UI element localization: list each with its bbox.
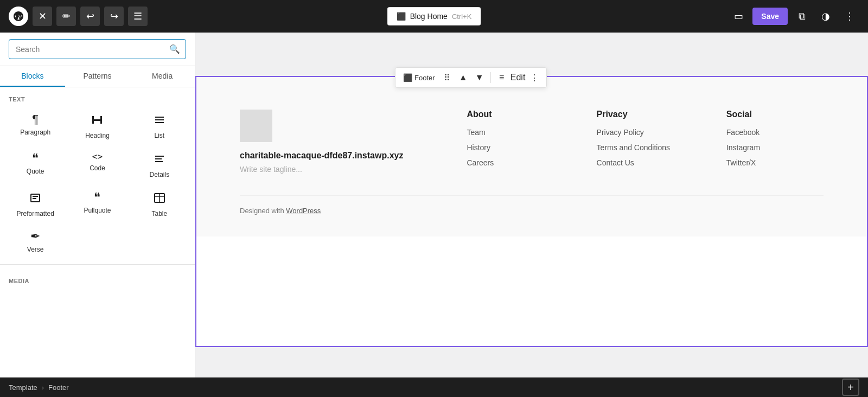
- blog-home-icon: ⬛: [397, 12, 406, 21]
- top-bar-left: ✕ ✏ ↩ ↪ ☰: [9, 7, 148, 26]
- view-button[interactable]: ▭: [729, 7, 748, 26]
- footer-tagline[interactable]: Write site tagline...: [240, 165, 434, 174]
- wordpress-logo[interactable]: [9, 7, 28, 26]
- panel-button[interactable]: ⧉: [792, 7, 812, 26]
- tab-media[interactable]: Media: [130, 66, 195, 87]
- contrast-button[interactable]: ◑: [816, 7, 835, 26]
- drag-icon: ⠿: [444, 73, 450, 83]
- svg-rect-4: [155, 117, 164, 118]
- down-icon: ▼: [475, 73, 484, 82]
- close-button[interactable]: ✕: [33, 7, 52, 26]
- svg-rect-2: [100, 116, 102, 124]
- block-item-verse[interactable]: ✒ Verse: [4, 224, 66, 260]
- footer-link-contact[interactable]: Contact Us: [597, 158, 694, 167]
- add-block-button[interactable]: +: [842, 379, 859, 396]
- toolbar-more-button[interactable]: ⋮: [527, 70, 542, 85]
- footer-link-instagram[interactable]: Instagram: [726, 143, 824, 152]
- heading-icon: [91, 113, 104, 129]
- move-up-button[interactable]: ▲: [456, 70, 471, 85]
- close-icon: ✕: [39, 10, 47, 22]
- section-divider: [0, 264, 195, 265]
- footer-content: charitable-macaque-dfde87.instawp.xyz Wr…: [196, 77, 867, 236]
- toolbar-edit-button[interactable]: Edit: [510, 70, 526, 85]
- tab-blocks[interactable]: Blocks: [0, 66, 65, 87]
- breadcrumb-footer[interactable]: Footer: [48, 383, 69, 392]
- redo-button[interactable]: ↪: [104, 7, 124, 26]
- blog-home-shortcut: Ctrl+K: [452, 12, 471, 21]
- footer-site-name: charitable-macaque-dfde87.instawp.xyz: [240, 151, 434, 161]
- view-icon: ▭: [734, 10, 743, 22]
- block-item-heading[interactable]: Heading: [66, 107, 128, 146]
- footer-link-facebook[interactable]: Facebook: [726, 128, 824, 137]
- svg-rect-6: [155, 122, 164, 123]
- details-icon: [153, 152, 166, 168]
- block-item-list[interactable]: List: [129, 107, 190, 146]
- wordpress-link[interactable]: WordPress: [286, 207, 321, 215]
- footer-privacy-column: Privacy Privacy Policy Terms and Conditi…: [597, 110, 694, 174]
- list-view-button[interactable]: ☰: [128, 7, 148, 26]
- blog-home-button[interactable]: ⬛ Blog Home Ctrl+K: [387, 7, 481, 25]
- details-label: Details: [149, 171, 169, 178]
- toolbar-separator: [490, 72, 491, 83]
- toolbar-more-icon: ⋮: [530, 73, 539, 83]
- footer-logo: [240, 110, 272, 142]
- tab-patterns[interactable]: Patterns: [65, 66, 130, 87]
- save-button[interactable]: Save: [752, 8, 788, 25]
- svg-rect-12: [33, 198, 36, 199]
- footer-link-team[interactable]: Team: [467, 128, 564, 137]
- pullquote-label: Pullquote: [84, 207, 111, 214]
- search-input[interactable]: [9, 41, 164, 58]
- content-area: ⬛ Footer ⠿ ▲ ▼ ≡ Edit ⋮: [195, 33, 868, 377]
- footer-block-selector[interactable]: ⬛ Footer: [400, 71, 438, 84]
- sidebar-tabs: Blocks Patterns Media: [0, 66, 195, 87]
- verse-label: Verse: [27, 246, 44, 253]
- svg-rect-5: [155, 119, 164, 120]
- block-item-pullquote[interactable]: ❝ Pullquote: [66, 185, 128, 224]
- up-icon: ▲: [459, 73, 468, 82]
- designed-with-text: Designed with: [240, 207, 286, 215]
- verse-icon: ✒: [30, 230, 40, 242]
- breadcrumb: Template › Footer: [9, 383, 69, 392]
- footer-social-column: Social Facebook Instagram Twitter/X: [726, 110, 824, 174]
- block-item-paragraph[interactable]: ¶ Paragraph: [4, 107, 66, 146]
- code-label: Code: [90, 164, 105, 172]
- undo-button[interactable]: ↩: [80, 7, 100, 26]
- blocks-grid: ¶ Paragraph Heading List ❝: [0, 107, 195, 260]
- breadcrumb-template[interactable]: Template: [9, 383, 37, 392]
- footer-about-column: About Team History Careers: [467, 110, 564, 174]
- svg-rect-11: [33, 196, 38, 197]
- top-bar-center: ⬛ Blog Home Ctrl+K: [387, 7, 481, 25]
- block-item-details[interactable]: Details: [129, 146, 190, 185]
- footer-link-privacy-policy[interactable]: Privacy Policy: [597, 128, 694, 137]
- sidebar-content: TEXT ¶ Paragraph Heading List: [0, 87, 195, 377]
- svg-rect-7: [155, 156, 164, 157]
- move-down-button[interactable]: ▼: [472, 70, 487, 85]
- footer-about-heading: About: [467, 110, 564, 119]
- footer-bottom: Designed with WordPress: [240, 195, 824, 215]
- svg-rect-1: [92, 116, 94, 124]
- footer-link-careers[interactable]: Careers: [467, 158, 564, 167]
- svg-rect-9: [155, 161, 163, 162]
- pullquote-icon: ❝: [94, 191, 100, 203]
- drag-handle[interactable]: ⠿: [439, 70, 455, 85]
- block-item-table[interactable]: Table: [129, 185, 190, 224]
- more-options-button[interactable]: ⋮: [840, 7, 859, 26]
- list-icon: [153, 113, 166, 129]
- footer-privacy-heading: Privacy: [597, 110, 694, 119]
- footer-link-twitter[interactable]: Twitter/X: [726, 158, 824, 167]
- editor-canvas: charitable-macaque-dfde87.instawp.xyz Wr…: [195, 76, 868, 347]
- block-item-quote[interactable]: ❝ Quote: [4, 146, 66, 185]
- list-icon: ☰: [133, 10, 142, 22]
- edit-button[interactable]: ✏: [56, 7, 76, 26]
- footer-social-heading: Social: [726, 110, 824, 119]
- footer-link-history[interactable]: History: [467, 143, 564, 152]
- paragraph-label: Paragraph: [20, 129, 50, 136]
- footer-link-terms[interactable]: Terms and Conditions: [597, 143, 694, 152]
- block-item-code[interactable]: <> Code: [66, 146, 128, 185]
- search-button[interactable]: 🔍: [164, 40, 186, 59]
- redo-icon: ↪: [110, 10, 118, 22]
- block-item-preformatted[interactable]: Preformatted: [4, 185, 66, 224]
- block-toolbar: ⬛ Footer ⠿ ▲ ▼ ≡ Edit ⋮: [395, 67, 547, 88]
- align-button[interactable]: ≡: [494, 70, 509, 85]
- quote-label: Quote: [27, 168, 44, 175]
